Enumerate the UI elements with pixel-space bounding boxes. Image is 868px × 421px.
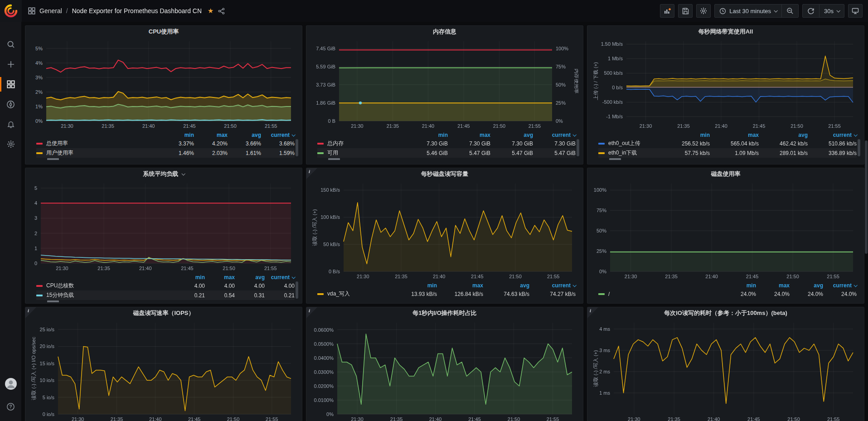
- legend-series-toggle[interactable]: /: [598, 291, 723, 297]
- disk-rw-capacity-legend: minmaxavgcurrentvda_写入13.93 kB/s126.84 k…: [311, 281, 578, 299]
- io-latency-chart[interactable]: 4 ms3 ms2 ms1 ms21:3021:3521:4021:4521:5…: [592, 319, 859, 421]
- x-axis-tick-label: 21:50: [493, 123, 506, 129]
- legend-series-toggle[interactable]: 总内存: [317, 140, 405, 147]
- legend-sort-min[interactable]: min: [405, 132, 448, 138]
- legend-scrollbar[interactable]: [858, 139, 860, 156]
- legend-sort-min[interactable]: min: [661, 132, 710, 138]
- y-axis-right-tick-label: 25%: [556, 100, 566, 106]
- legend-series-toggle[interactable]: 15分钟负载: [36, 291, 175, 299]
- legend-sort-current[interactable]: current: [823, 282, 857, 289]
- sidebar-item-help[interactable]: ?: [0, 397, 21, 416]
- x-axis-tick-label: 21:35: [395, 274, 407, 279]
- sidebar-item-alerting[interactable]: [0, 114, 21, 134]
- disk-rw-capacity-chart[interactable]: 150 kB/s100 kB/s50 kB/s0 B/s21:3021:3521…: [311, 180, 578, 281]
- zoom-out-button[interactable]: [781, 5, 798, 17]
- panel-info-icon[interactable]: i: [306, 168, 317, 179]
- legend-sort-min[interactable]: min: [175, 274, 205, 281]
- breadcrumb-folder[interactable]: General: [39, 7, 62, 15]
- legend-series-label: 15分钟负载: [46, 291, 74, 299]
- panel-title[interactable]: 每次IO读写的耗时（参考：小于100ms）(beta): [592, 307, 859, 319]
- sidebar-item-explore[interactable]: [0, 94, 21, 114]
- series-fill: [58, 346, 291, 414]
- legend-sort-avg[interactable]: avg: [228, 132, 261, 138]
- legend-sort-min[interactable]: min: [160, 132, 194, 138]
- refresh-interval-picker[interactable]: 30s: [819, 5, 844, 17]
- save-dashboard-button[interactable]: [678, 4, 693, 18]
- panel-info-icon[interactable]: i: [587, 307, 598, 318]
- add-panel-button[interactable]: [660, 4, 674, 18]
- sidebar-item-search[interactable]: [0, 34, 21, 54]
- legend-header: minmaxavgcurrent: [598, 131, 857, 139]
- legend-sort-max[interactable]: max: [194, 132, 228, 138]
- panel-menu-chevron-icon[interactable]: [181, 172, 185, 175]
- legend-series-label: vda_写入: [327, 290, 350, 298]
- network-bandwidth-chart[interactable]: 1.50 Mb/s1 Mb/s500 kb/s0 b/s-500 kb/s-1 …: [592, 38, 859, 130]
- disk-iops-chart[interactable]: 25 io/s20 io/s15 io/s10 io/s5 io/s0 io/s…: [30, 319, 297, 421]
- legend-sort-max[interactable]: max: [205, 274, 235, 281]
- legend-sort-max[interactable]: max: [437, 282, 483, 289]
- legend-series-toggle[interactable]: CPU总核数: [36, 282, 175, 290]
- dashboard-settings-button[interactable]: [696, 4, 711, 18]
- panel-title[interactable]: 内存信息: [311, 26, 578, 38]
- legend-sort-max[interactable]: max: [710, 132, 759, 138]
- grafana-logo[interactable]: [0, 0, 22, 22]
- legend-sort-avg[interactable]: avg: [759, 132, 808, 138]
- legend-sort-current[interactable]: current: [533, 132, 576, 138]
- memory-info-chart[interactable]: 7.45 GiB5.59 GiB3.73 GiB1.86 GiB0 B21:30…: [311, 38, 578, 130]
- legend-sort-current[interactable]: current: [261, 132, 295, 138]
- legend-sort-min[interactable]: min: [723, 282, 756, 289]
- panel-title[interactable]: 磁盘使用率: [592, 168, 859, 180]
- dashboard-title[interactable]: Node Exporter for Prometheus Dashboard C…: [72, 7, 202, 15]
- legend-scrollbar[interactable]: [296, 139, 298, 156]
- cpu-usage-chart[interactable]: 5%4%3%2%1%0%21:3021:3521:4021:4521:5021:…: [30, 38, 297, 130]
- x-axis-tick-label: 21:30: [61, 123, 73, 129]
- panel-info-icon[interactable]: i: [25, 307, 36, 318]
- sidebar-item-configuration[interactable]: [0, 134, 21, 154]
- user-avatar[interactable]: [0, 374, 21, 394]
- refresh-button[interactable]: [803, 5, 819, 17]
- legend-sort-max[interactable]: max: [756, 282, 790, 289]
- sidebar-item-dashboards[interactable]: [0, 74, 21, 94]
- legend-series-toggle[interactable]: 用户使用率: [36, 149, 160, 157]
- legend-sort-avg[interactable]: avg: [483, 282, 529, 289]
- system-load-chart[interactable]: 54321021:3021:3521:4021:4521:5021:55: [30, 180, 297, 272]
- legend-series-toggle[interactable]: eth0_in下载: [598, 149, 661, 157]
- legend-sort-current[interactable]: current: [265, 274, 295, 281]
- legend-series-toggle[interactable]: 总使用率: [36, 140, 160, 147]
- panel-title[interactable]: 磁盘读写速率（IOPS）: [30, 307, 297, 319]
- favorite-star-icon[interactable]: ★: [208, 7, 213, 15]
- legend-scrollbar[interactable]: [577, 139, 579, 156]
- legend-sort-min[interactable]: min: [391, 282, 437, 289]
- sidebar-item-create[interactable]: [0, 54, 21, 74]
- legend-sort-avg[interactable]: avg: [790, 282, 823, 289]
- legend-sort-max[interactable]: max: [448, 132, 490, 138]
- disk-usage-chart[interactable]: 100%75%50%25%0%21:3021:3521:4021:4521:50…: [592, 180, 859, 281]
- chevron-down-icon: [572, 133, 576, 136]
- legend-sort-avg[interactable]: avg: [235, 274, 265, 281]
- legend-series-toggle[interactable]: vda_写入: [317, 290, 391, 298]
- y-axis-right-tick-label: 0%: [556, 118, 563, 124]
- legend-sort-current[interactable]: current: [529, 282, 576, 289]
- y-axis-tick-label: 4 ms: [599, 326, 610, 332]
- share-icon[interactable]: [218, 8, 225, 15]
- legend-series-toggle[interactable]: eth0_out上传: [598, 140, 661, 147]
- sidebar-bottom: ?: [0, 374, 21, 416]
- y-axis-tick-label: 1.86 GiB: [316, 100, 335, 106]
- panel-title[interactable]: CPU使用率: [30, 26, 297, 38]
- legend-scrollbar[interactable]: [296, 281, 298, 299]
- legend-sort-current[interactable]: current: [808, 132, 857, 138]
- panel-title[interactable]: 每1秒内I/O操作耗时占比: [311, 307, 578, 319]
- panel-title[interactable]: 系统平均负载: [30, 168, 297, 180]
- top-nav: General / Node Exporter for Prometheus D…: [0, 0, 868, 22]
- panel-info-icon[interactable]: i: [306, 307, 317, 318]
- panel-title[interactable]: 每秒网络带宽使用All: [592, 26, 859, 38]
- legend-series-toggle[interactable]: 可用: [317, 149, 405, 157]
- legend-value: 5.47 GiB: [490, 150, 533, 156]
- legend-sort-avg[interactable]: avg: [490, 132, 533, 138]
- io-time-ratio-chart[interactable]: 0.0600%0.0500%0.0400%0.0300%0.0200%0.010…: [311, 319, 578, 421]
- kiosk-mode-button[interactable]: [848, 4, 863, 18]
- panel-title[interactable]: 每秒磁盘读写容量: [311, 168, 578, 180]
- x-axis-tick-label: 21:40: [715, 123, 727, 129]
- page-scrollbar[interactable]: [865, 140, 868, 254]
- time-range-picker[interactable]: Last 30 minutes: [715, 5, 781, 17]
